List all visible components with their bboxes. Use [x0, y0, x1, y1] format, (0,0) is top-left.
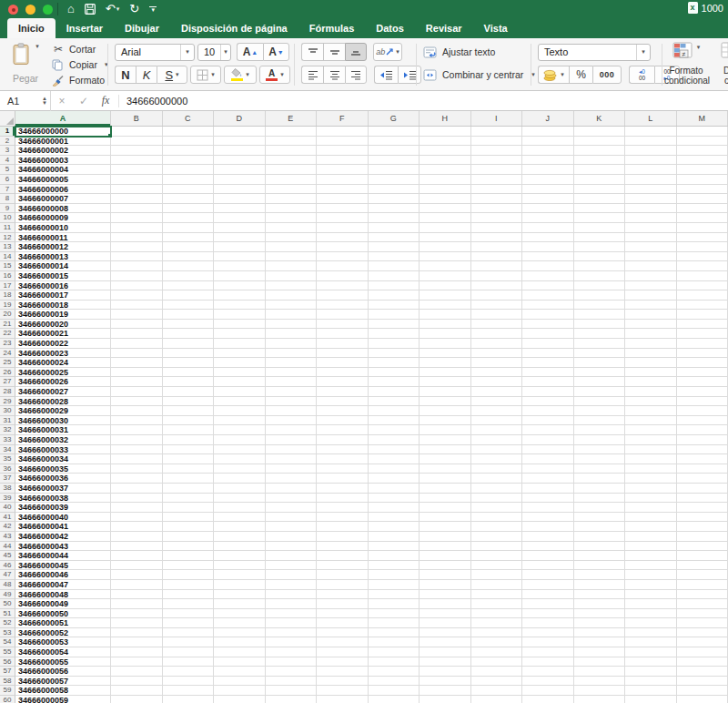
cell-c48[interactable] — [163, 580, 215, 590]
cell-j4[interactable] — [522, 156, 574, 166]
cell-d2[interactable] — [214, 137, 266, 147]
cell-b18[interactable] — [111, 290, 163, 301]
cell-i5[interactable] — [471, 165, 523, 175]
cell-c23[interactable] — [163, 339, 215, 349]
save-icon[interactable] — [85, 4, 96, 15]
cell-k39[interactable] — [574, 494, 626, 504]
cell-h39[interactable] — [420, 494, 471, 504]
cell-h3[interactable] — [420, 146, 471, 156]
cell-k12[interactable] — [574, 233, 626, 243]
cell-l7[interactable] — [625, 185, 677, 195]
cell-b54[interactable] — [111, 637, 163, 647]
cell-k1[interactable] — [574, 127, 626, 137]
cell-g19[interactable] — [369, 301, 420, 311]
row-header-37[interactable]: 37 — [0, 474, 15, 484]
cell-h16[interactable] — [420, 271, 471, 281]
currency-format-button[interactable]: ▾ — [538, 66, 569, 84]
cell-c5[interactable] — [163, 165, 215, 175]
cell-g4[interactable] — [369, 156, 420, 166]
cell-g33[interactable] — [369, 435, 420, 445]
cell-d8[interactable] — [214, 194, 266, 204]
cell-f45[interactable] — [317, 551, 369, 561]
cell-a40[interactable]: 34666000039 — [15, 503, 111, 513]
row-header-50[interactable]: 50 — [0, 599, 15, 609]
cell-b29[interactable] — [111, 397, 163, 407]
cell-f13[interactable] — [317, 242, 369, 252]
row-header-42[interactable]: 42 — [0, 522, 15, 532]
borders-dropdown-icon[interactable]: ▾ — [211, 71, 215, 78]
cell-k41[interactable] — [574, 513, 626, 523]
cell-a5[interactable]: 34666000004 — [15, 165, 111, 175]
cell-h53[interactable] — [420, 628, 471, 638]
row-header-44[interactable]: 44 — [0, 542, 15, 552]
cell-d18[interactable] — [214, 290, 266, 301]
cell-i60[interactable] — [471, 696, 523, 703]
cell-c13[interactable] — [163, 242, 215, 252]
cell-c27[interactable] — [163, 377, 215, 387]
cell-d1[interactable] — [214, 127, 266, 137]
cell-k15[interactable] — [574, 261, 626, 271]
cell-g18[interactable] — [369, 290, 420, 301]
cell-g9[interactable] — [369, 204, 420, 214]
cell-c57[interactable] — [163, 667, 215, 677]
cell-h6[interactable] — [420, 175, 471, 185]
cell-j47[interactable] — [522, 570, 574, 580]
cell-h37[interactable] — [420, 474, 471, 484]
cell-m7[interactable] — [677, 185, 728, 195]
cell-f38[interactable] — [317, 484, 369, 494]
cell-i20[interactable] — [471, 310, 523, 320]
cell-b21[interactable] — [111, 320, 163, 330]
cell-c43[interactable] — [163, 532, 215, 542]
cell-a32[interactable]: 34666000031 — [15, 425, 111, 435]
row-header-51[interactable]: 51 — [0, 609, 15, 619]
cell-a30[interactable]: 34666000029 — [15, 406, 111, 416]
cell-b53[interactable] — [111, 628, 163, 638]
cell-h31[interactable] — [420, 416, 471, 426]
cell-m52[interactable] — [677, 618, 728, 628]
cell-a33[interactable]: 34666000032 — [15, 435, 111, 445]
cell-g24[interactable] — [369, 349, 420, 359]
cell-j9[interactable] — [522, 204, 574, 214]
cell-a35[interactable]: 34666000034 — [15, 454, 111, 464]
cell-h45[interactable] — [420, 551, 471, 561]
cell-d10[interactable] — [214, 213, 266, 223]
cell-i10[interactable] — [471, 213, 523, 223]
cell-i15[interactable] — [471, 261, 523, 271]
cell-d37[interactable] — [214, 474, 266, 484]
cell-g49[interactable] — [369, 590, 420, 600]
cell-l28[interactable] — [625, 387, 677, 397]
name-box-spinner[interactable]: ▲ ▼ — [42, 97, 47, 106]
cell-i13[interactable] — [471, 242, 523, 252]
cell-d4[interactable] — [214, 156, 266, 166]
cell-b31[interactable] — [111, 416, 163, 426]
cell-a3[interactable]: 34666000002 — [15, 146, 111, 156]
align-top-button[interactable] — [301, 43, 323, 61]
cell-f3[interactable] — [317, 146, 369, 156]
cell-h60[interactable] — [420, 696, 471, 703]
cell-g21[interactable] — [369, 320, 420, 330]
cell-k5[interactable] — [574, 165, 626, 175]
cell-f53[interactable] — [317, 628, 369, 638]
cell-m24[interactable] — [677, 349, 728, 359]
cell-l36[interactable] — [625, 464, 677, 474]
cell-m44[interactable] — [677, 542, 728, 552]
cell-d9[interactable] — [214, 204, 266, 214]
cell-h33[interactable] — [420, 435, 471, 445]
cell-e42[interactable] — [266, 522, 318, 532]
cell-i45[interactable] — [471, 551, 523, 561]
cell-i19[interactable] — [471, 301, 523, 311]
cell-l20[interactable] — [625, 310, 677, 320]
cell-e29[interactable] — [266, 397, 318, 407]
cell-b24[interactable] — [111, 349, 163, 359]
cell-d59[interactable] — [214, 686, 266, 696]
cell-g46[interactable] — [369, 561, 420, 571]
cell-e31[interactable] — [266, 416, 318, 426]
cell-h54[interactable] — [420, 637, 471, 647]
cell-d39[interactable] — [214, 494, 266, 504]
cell-d24[interactable] — [214, 349, 266, 359]
cell-a18[interactable]: 34666000017 — [15, 290, 111, 301]
cell-g47[interactable] — [369, 570, 420, 580]
cell-g15[interactable] — [369, 261, 420, 271]
cell-m58[interactable] — [677, 677, 728, 687]
cell-k29[interactable] — [574, 397, 626, 407]
